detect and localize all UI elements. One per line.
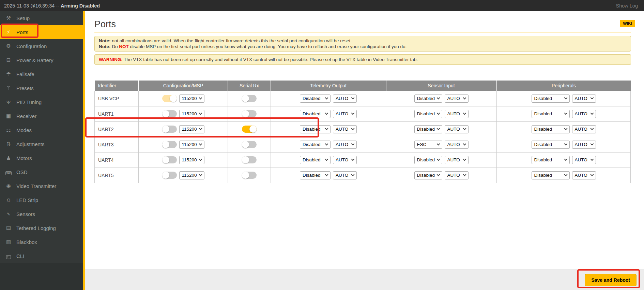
sidebar-item-video-transmitter[interactable]: ◉Video Transmitter: [0, 179, 83, 193]
chevron-down-icon: [564, 142, 567, 146]
peripherals-baud-select[interactable]: AUTO: [572, 171, 596, 179]
column-header-identifier: Identifier: [95, 81, 139, 91]
serial-rx-toggle[interactable]: [242, 172, 257, 179]
telemetry-baud-select[interactable]: AUTO: [333, 171, 357, 179]
sensor-select[interactable]: Disabled: [414, 110, 442, 118]
toggle-knob: [162, 126, 169, 133]
sensor-select[interactable]: ESC: [414, 141, 442, 149]
sidebar-item-presets[interactable]: ⚚Presets: [0, 81, 83, 95]
peripherals-select[interactable]: Disabled: [532, 141, 570, 149]
sensor-baud-select[interactable]: AUTO: [445, 171, 469, 179]
sidebar-item-receiver[interactable]: ▣Receiver: [0, 109, 83, 123]
peripherals-baud-select[interactable]: AUTO: [572, 95, 596, 103]
telemetry-baud-select[interactable]: AUTO: [333, 141, 357, 149]
sidebar-item-power-battery[interactable]: ⊟Power & Battery: [0, 53, 83, 67]
sidebar-item-failsafe[interactable]: ☂Failsafe: [0, 67, 83, 81]
arming-disabled-text: Arming Disabled: [61, 3, 100, 9]
telemetry-baud-select[interactable]: AUTO: [333, 110, 357, 118]
peripherals-select[interactable]: Disabled: [532, 110, 570, 118]
wiki-button[interactable]: WIKI: [620, 20, 635, 27]
sidebar-item-tethered-logging[interactable]: ▤Tethered Logging: [0, 221, 83, 235]
chevron-down-icon: [564, 158, 567, 161]
telemetry-select[interactable]: Disabled: [300, 95, 331, 103]
telemetry-select[interactable]: Disabled: [300, 125, 331, 133]
sidebar-item-pid-tuning[interactable]: ΨPID Tuning: [0, 95, 83, 109]
peripherals-select[interactable]: Disabled: [532, 125, 570, 133]
serial-rx-toggle[interactable]: [242, 156, 257, 163]
telemetry-baud-select[interactable]: AUTO: [333, 125, 357, 133]
sidebar-item-setup[interactable]: ⚒Setup: [0, 11, 83, 25]
chevron-down-icon: [564, 127, 567, 130]
telemetry-select-value: Disabled: [303, 111, 321, 116]
peripherals-select-value: Disabled: [534, 157, 552, 162]
save-and-reboot-button[interactable]: Save and Reboot: [585, 274, 637, 286]
sidebar-item-motors[interactable]: ♟Motors: [0, 151, 83, 165]
peripherals-select[interactable]: Disabled: [532, 171, 570, 179]
telemetry-select[interactable]: Disabled: [300, 156, 331, 164]
sensor-baud-select[interactable]: AUTO: [445, 95, 469, 103]
sidebar-item-ports[interactable]: ⚡Ports: [0, 25, 83, 39]
sidebar-item-label: Blackbox: [16, 239, 37, 245]
peripherals-select[interactable]: Disabled: [532, 95, 570, 103]
sensor-select[interactable]: Disabled: [414, 125, 442, 133]
peripherals-baud-select[interactable]: AUTO: [572, 125, 596, 133]
tethered-logging-icon: ▤: [5, 225, 12, 231]
baud-rate-select[interactable]: 115200: [179, 171, 204, 179]
sidebar-item-sensors[interactable]: ∿Sensors: [0, 207, 83, 221]
sensor-select[interactable]: Disabled: [414, 171, 442, 179]
peripherals-baud-select[interactable]: AUTO: [572, 156, 596, 164]
msp-toggle[interactable]: [162, 95, 177, 102]
page-title: Ports: [94, 19, 631, 30]
sidebar-item-modes[interactable]: ⚏Modes: [0, 123, 83, 137]
telemetry-select[interactable]: Disabled: [300, 141, 331, 149]
chevron-down-icon: [199, 96, 202, 100]
chevron-down-icon: [351, 96, 355, 100]
chevron-down-icon: [199, 112, 202, 115]
sensor-select-value: Disabled: [417, 157, 435, 162]
show-log-button[interactable]: Show Log: [616, 3, 638, 9]
chevron-down-icon: [325, 96, 328, 100]
baud-rate-select[interactable]: 115200: [179, 156, 204, 164]
baud-rate-select[interactable]: 115200: [179, 125, 204, 133]
chevron-down-icon: [325, 142, 328, 146]
toggle-knob: [242, 172, 249, 179]
baud-rate-select[interactable]: 115200: [179, 95, 204, 103]
serial-rx-toggle[interactable]: [242, 95, 257, 102]
sidebar-item-configuration[interactable]: ⚙Configuration: [0, 39, 83, 53]
note-text: The VTX table has not been set up correc…: [123, 57, 418, 62]
telemetry-select[interactable]: Disabled: [300, 171, 331, 179]
sensor-baud-select[interactable]: AUTO: [445, 141, 469, 149]
sidebar-item-label: Video Transmitter: [16, 183, 56, 189]
sensor-baud-select[interactable]: AUTO: [445, 156, 469, 164]
msp-toggle[interactable]: [162, 126, 177, 133]
telemetry-select[interactable]: Disabled: [300, 110, 331, 118]
msp-toggle[interactable]: [162, 156, 177, 163]
sidebar-item-osd[interactable]: OSDOSD: [0, 165, 83, 179]
peripherals-baud-select[interactable]: AUTO: [572, 141, 596, 149]
peripherals-select[interactable]: Disabled: [532, 156, 570, 164]
msp-toggle[interactable]: [162, 110, 177, 117]
osd-icon: OSD: [5, 169, 12, 175]
serial-rx-toggle[interactable]: [242, 110, 257, 117]
toggle-knob: [162, 110, 169, 117]
msp-toggle[interactable]: [162, 141, 177, 148]
telemetry-baud-select[interactable]: AUTO: [333, 95, 357, 103]
sidebar-item-led-strip[interactable]: ΩLED Strip: [0, 193, 83, 207]
sensor-baud-select[interactable]: AUTO: [445, 125, 469, 133]
serial-rx-toggle[interactable]: [242, 141, 257, 148]
sidebar-item-label: Modes: [16, 127, 32, 133]
sensor-baud-select[interactable]: AUTO: [445, 110, 469, 118]
baud-rate-select[interactable]: 115200: [179, 110, 204, 118]
serial-rx-cell: [228, 168, 271, 183]
sensor-select[interactable]: Disabled: [414, 95, 442, 103]
telemetry-baud-select-value: AUTO: [336, 142, 348, 147]
telemetry-baud-select[interactable]: AUTO: [333, 156, 357, 164]
sidebar-item-blackbox[interactable]: ▥Blackbox: [0, 235, 83, 249]
peripherals-baud-select[interactable]: AUTO: [572, 110, 596, 118]
msp-toggle[interactable]: [162, 172, 177, 179]
sensor-select[interactable]: Disabled: [414, 156, 442, 164]
sidebar-item-cli[interactable]: >_CLI: [0, 249, 83, 263]
sidebar-item-adjustments[interactable]: ⇅Adjustments: [0, 137, 83, 151]
baud-rate-select[interactable]: 115200: [179, 141, 204, 149]
serial-rx-toggle[interactable]: [242, 126, 257, 133]
